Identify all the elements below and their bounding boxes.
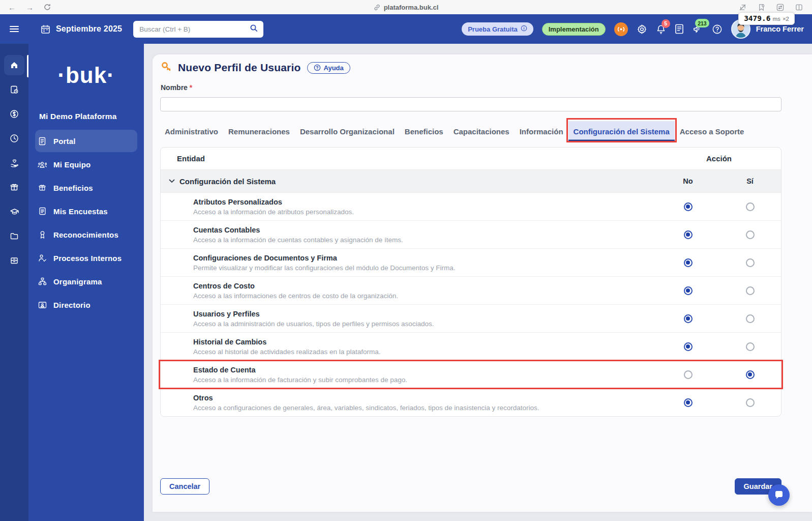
- sidebar-item-beneficios[interactable]: Beneficios: [35, 177, 137, 199]
- row-title: Estado de Cuenta: [193, 366, 407, 374]
- notification-count-badge: 5: [661, 19, 670, 28]
- radio-si[interactable]: [746, 230, 755, 239]
- settings-gear-icon[interactable]: [637, 24, 647, 35]
- row-description: Acceso a la administración de usuarios, …: [193, 320, 434, 328]
- announcements-megaphone-icon[interactable]: 213: [693, 24, 703, 34]
- browser-chrome: ← → plataforma.buk.cl: [0, 0, 812, 14]
- row-title: Cuentas Contables: [193, 226, 403, 234]
- radio-si[interactable]: [746, 258, 755, 267]
- radio-no[interactable]: [684, 286, 693, 295]
- rail-clipboard-clock-icon[interactable]: [4, 79, 24, 100]
- radio-no[interactable]: [684, 398, 693, 407]
- sidebar-item-mis-encuestas[interactable]: Mis Encuestas: [35, 200, 137, 222]
- trial-badge-label: Prueba Gratuita: [468, 25, 518, 33]
- sidebar-toggle-icon[interactable]: [795, 4, 803, 11]
- requests-document-icon[interactable]: [675, 24, 684, 34]
- radio-no[interactable]: [684, 230, 693, 239]
- radio-no[interactable]: [684, 202, 693, 211]
- rail-graduation-icon[interactable]: [4, 201, 24, 222]
- sidebar-item-label: Mis Encuestas: [53, 207, 108, 216]
- sidebar-item-organigrama[interactable]: Organigrama: [35, 270, 137, 293]
- sidebar-item-directorio[interactable]: Directorio: [35, 294, 137, 316]
- medal-icon: [38, 230, 47, 239]
- sidebar-item-label: Reconocimientos: [53, 230, 118, 239]
- search-icon[interactable]: [250, 24, 258, 35]
- user-name[interactable]: Franco Ferrer: [756, 25, 804, 33]
- sidebar-item-reconocimientos[interactable]: Reconocimientos: [35, 223, 137, 246]
- radio-si[interactable]: [746, 370, 755, 379]
- back-icon[interactable]: ←: [8, 3, 16, 12]
- extension-disabled-icon[interactable]: [739, 4, 746, 11]
- table-row: Configuraciones de Documentos y FirmaPer…: [161, 248, 781, 276]
- top-navbar: Septiembre 2025 Prueba Gratuita Implemen…: [0, 14, 812, 44]
- notifications-bell-icon[interactable]: 5: [656, 24, 666, 35]
- bookmark-extension-icon[interactable]: [758, 4, 765, 11]
- help-icon[interactable]: [712, 24, 723, 35]
- help-button[interactable]: Ayuda: [307, 62, 350, 74]
- content-card: Nuevo Perfil de Usuario Ayuda Nombre * A…: [153, 54, 812, 512]
- portal-document-icon: [38, 137, 47, 146]
- tab-label: Remuneraciones: [228, 127, 290, 136]
- refresh-icon[interactable]: [44, 4, 51, 11]
- rail-archive-icon[interactable]: [4, 250, 24, 271]
- rail-hand-heart-icon[interactable]: [4, 153, 24, 173]
- cancel-button[interactable]: Cancelar: [160, 478, 209, 495]
- table-row: OtrosAcceso a configuraciones de general…: [161, 388, 781, 416]
- group-label: Configuración del Sistema: [179, 177, 276, 186]
- search-input[interactable]: [139, 25, 250, 33]
- radio-si[interactable]: [746, 398, 755, 407]
- search-box[interactable]: [133, 21, 263, 38]
- radio-si[interactable]: [746, 286, 755, 295]
- sliders-extension-icon[interactable]: [776, 4, 784, 11]
- tab-desarrollo-organizacional[interactable]: Desarrollo Organizacional: [295, 121, 400, 141]
- row-description: Acceso al historial de actividades reali…: [193, 348, 380, 356]
- rail-folder-icon[interactable]: [4, 226, 24, 246]
- implementation-badge-label: Implementación: [549, 25, 599, 33]
- radio-si[interactable]: [746, 314, 755, 323]
- row-text: Atributos PersonalizadosAcceso a la info…: [161, 198, 354, 216]
- tab-administrativo[interactable]: Administrativo: [160, 121, 223, 141]
- tab-configuracion-del-sistema[interactable]: Configuración del Sistema: [568, 121, 675, 141]
- tab-capacitaciones[interactable]: Capacitaciones: [448, 121, 515, 141]
- trial-badge[interactable]: Prueba Gratuita: [462, 22, 533, 36]
- row-text: Usuarios y PerfilesAcceso a la administr…: [161, 310, 434, 328]
- tab-acceso-a-soporte[interactable]: Acceso a Soporte: [675, 121, 749, 141]
- radio-no[interactable]: [684, 258, 693, 267]
- rail-money-icon[interactable]: [4, 104, 24, 124]
- row-title: Usuarios y Perfiles: [193, 310, 434, 318]
- benefits-gift-icon: [38, 184, 47, 192]
- sidebar-item-procesos-internos[interactable]: Procesos Internos: [35, 247, 137, 269]
- radio-no[interactable]: [684, 342, 693, 351]
- menu-icon[interactable]: [0, 25, 28, 33]
- browser-extensions: [739, 4, 812, 11]
- chevron-down-icon[interactable]: [169, 179, 175, 183]
- intercom-icon[interactable]: [614, 22, 628, 36]
- row-text: OtrosAcceso a configuraciones de general…: [161, 394, 539, 412]
- radio-si[interactable]: [746, 342, 755, 351]
- radio-no[interactable]: [684, 314, 693, 323]
- radio-no[interactable]: [684, 370, 693, 379]
- url-bar[interactable]: plataforma.buk.cl: [340, 4, 472, 11]
- group-row[interactable]: Configuración del Sistema No Sí: [161, 170, 781, 192]
- calendar-icon[interactable]: [41, 24, 50, 34]
- group-columns: No Sí: [657, 177, 781, 185]
- name-input[interactable]: [160, 97, 781, 111]
- tab-beneficios[interactable]: Beneficios: [400, 121, 448, 141]
- tab-remuneraciones[interactable]: Remuneraciones: [223, 121, 295, 141]
- url-text: plataforma.buk.cl: [384, 4, 439, 11]
- tab-informacion[interactable]: Información: [515, 121, 568, 141]
- title-row: Nuevo Perfil de Usuario Ayuda: [161, 61, 350, 74]
- required-asterisk: *: [190, 83, 192, 92]
- forward-icon[interactable]: →: [26, 3, 34, 12]
- rail-home-icon[interactable]: [4, 55, 24, 75]
- tab-bar: Administrativo Remuneraciones Desarrollo…: [160, 121, 749, 141]
- sidebar-item-portal[interactable]: Portal: [35, 130, 137, 152]
- period-label[interactable]: Septiembre 2025: [56, 24, 122, 34]
- implementation-badge[interactable]: Implementación: [542, 23, 606, 36]
- chat-launcher[interactable]: [768, 484, 790, 506]
- rail-clock-icon[interactable]: [4, 128, 24, 149]
- radio-si[interactable]: [746, 202, 755, 211]
- sidebar-item-label: Portal: [53, 137, 76, 146]
- rail-gift-icon[interactable]: [4, 177, 24, 197]
- sidebar-item-mi-equipo[interactable]: Mi Equipo: [35, 153, 137, 176]
